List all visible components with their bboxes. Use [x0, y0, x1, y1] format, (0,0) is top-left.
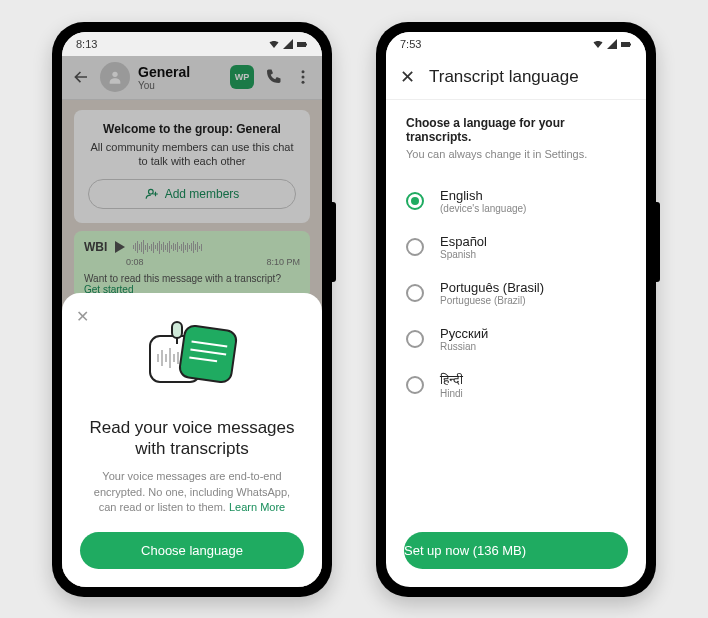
status-icons	[592, 38, 632, 50]
language-name: हिन्दी	[440, 372, 463, 388]
svg-rect-8	[179, 324, 238, 383]
language-name: Português (Brasil)	[440, 280, 544, 295]
lang-body: Choose a language for your transcripts. …	[386, 100, 646, 532]
signal-icon	[282, 38, 294, 50]
phone-left: 8:13 General You WP	[52, 22, 332, 597]
svg-rect-9	[172, 322, 182, 338]
language-name: Español	[440, 234, 487, 249]
chat-area: General You WP Welcome to the group: Gen…	[62, 56, 322, 587]
close-icon[interactable]: ✕	[76, 307, 89, 326]
signal-icon	[606, 38, 618, 50]
language-option[interactable]: हिन्दीHindi	[406, 362, 626, 409]
language-name: Русский	[440, 326, 488, 341]
battery-icon	[296, 38, 308, 50]
radio-icon[interactable]	[406, 192, 424, 210]
radio-icon[interactable]	[406, 376, 424, 394]
close-icon[interactable]: ✕	[400, 66, 415, 88]
screen-right: 7:53 ✕ Transcript language Choose a lang…	[386, 32, 646, 587]
wifi-icon	[592, 38, 604, 50]
language-option[interactable]: Português (Brasil)Portuguese (Brazil)	[406, 270, 626, 316]
language-sub: Portuguese (Brazil)	[440, 295, 544, 306]
radio-icon[interactable]	[406, 238, 424, 256]
lang-footer: Set up now (136 MB)	[386, 532, 646, 587]
status-bar: 7:53	[386, 32, 646, 56]
page-title: Transcript language	[429, 67, 579, 87]
sheet-desc: Your voice messages are end-to-end encry…	[80, 469, 304, 515]
phone-right: 7:53 ✕ Transcript language Choose a lang…	[376, 22, 656, 597]
setup-now-button[interactable]: Set up now (136 MB)	[404, 532, 628, 569]
illustration-icon	[80, 313, 304, 403]
sheet-title: Read your voice messages with transcript…	[80, 417, 304, 460]
svg-rect-20	[621, 42, 630, 47]
language-list: English(device's language)EspañolSpanish…	[406, 178, 626, 409]
svg-rect-21	[630, 43, 631, 45]
lang-heading: Choose a language for your transcripts.	[406, 116, 626, 144]
status-icons	[268, 38, 308, 50]
choose-language-button[interactable]: Choose language	[80, 532, 304, 569]
lang-header: ✕ Transcript language	[386, 56, 646, 100]
language-sub: Spanish	[440, 249, 487, 260]
lang-subheading: You can always change it in Settings.	[406, 148, 626, 160]
status-bar: 8:13	[62, 32, 322, 56]
status-time: 7:53	[400, 38, 421, 50]
wifi-icon	[268, 38, 280, 50]
language-sub: (device's language)	[440, 203, 526, 214]
language-name: English	[440, 188, 526, 203]
language-sub: Hindi	[440, 388, 463, 399]
svg-rect-1	[306, 43, 307, 45]
radio-icon[interactable]	[406, 330, 424, 348]
battery-icon	[620, 38, 632, 50]
radio-icon[interactable]	[406, 284, 424, 302]
language-option[interactable]: English(device's language)	[406, 178, 626, 224]
modal-overlay[interactable]: ✕	[62, 56, 322, 587]
transcript-sheet: ✕	[62, 293, 322, 587]
svg-rect-0	[297, 42, 306, 47]
language-sub: Russian	[440, 341, 488, 352]
learn-more-link[interactable]: Learn More	[229, 501, 285, 513]
screen-left: 8:13 General You WP	[62, 32, 322, 587]
language-option[interactable]: РусскийRussian	[406, 316, 626, 362]
language-option[interactable]: EspañolSpanish	[406, 224, 626, 270]
status-time: 8:13	[76, 38, 97, 50]
